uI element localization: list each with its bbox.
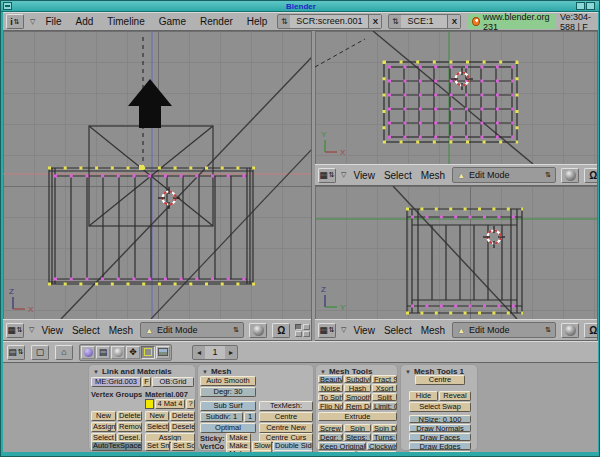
menu-help[interactable]: Help xyxy=(243,16,272,27)
split-button[interactable]: Split xyxy=(372,393,397,401)
spin-button[interactable]: Spin xyxy=(344,424,371,432)
steps-field[interactable]: Steps: 9 xyxy=(344,433,371,441)
draw-normals-toggle[interactable]: Draw Normals xyxy=(409,424,471,432)
menu-file[interactable]: File xyxy=(41,16,65,27)
draw-mode-button[interactable] xyxy=(561,323,579,338)
view-menu[interactable]: View xyxy=(351,325,377,336)
material-help-button[interactable]: ? xyxy=(186,399,195,409)
editor-type-3dview-button[interactable]: ▦ ⇅ xyxy=(6,323,24,338)
screen-browse-icon[interactable]: ⇅ xyxy=(278,17,290,26)
rotation-widget-button[interactable]: Ω xyxy=(272,323,290,338)
all-edges-toggle[interactable]: All edges xyxy=(409,451,471,452)
viewport-top-canvas[interactable]: Y X xyxy=(315,31,598,164)
vgroup-remove-button[interactable]: Remove xyxy=(117,422,142,432)
xsort-button[interactable]: Xsort xyxy=(372,384,397,392)
offset-field[interactable]: Offset: 1.000 xyxy=(357,451,397,452)
select-swap-button[interactable]: Select Swap xyxy=(409,402,471,412)
layer-cell[interactable] xyxy=(303,331,310,337)
mesh-datablock-dropdown[interactable]: ME:Grid.003 xyxy=(91,377,141,387)
panels-window-button[interactable]: ▢ xyxy=(31,345,49,360)
material-deselect-button[interactable]: Deselect xyxy=(170,422,195,432)
editor-type-buttons-button[interactable]: ▤ ⇅ xyxy=(7,345,25,360)
material-select-button[interactable]: Select xyxy=(145,422,169,432)
limit-field[interactable]: Limit: 0.001 xyxy=(372,402,397,410)
scene-close-button[interactable]: X xyxy=(447,15,460,28)
set-solid-button[interactable]: Set Solid xyxy=(171,441,195,451)
subdivide-button[interactable]: Subdivide xyxy=(344,375,371,383)
editor-type-info-button[interactable]: i ⇅ xyxy=(6,14,24,29)
scene-selector[interactable]: ⇅ SCE:1 X xyxy=(388,14,461,29)
draw-edges-toggle[interactable]: Draw Edges xyxy=(409,442,471,450)
subdiv-render-field[interactable]: 1 xyxy=(244,412,256,422)
extrude-button[interactable]: Extrude xyxy=(318,412,397,421)
shading-context-button[interactable] xyxy=(111,346,125,359)
mode-dropdown[interactable]: ▲ Edit Mode ⇅ xyxy=(140,322,244,338)
panel-triangle-icon[interactable]: ▼ xyxy=(405,369,411,375)
hide-button[interactable]: Hide xyxy=(409,391,438,401)
layer-cell[interactable] xyxy=(295,324,302,330)
rotation-widget-button[interactable]: Ω xyxy=(584,168,597,183)
window-maximize-button[interactable] xyxy=(586,2,595,10)
draw-mode-button[interactable] xyxy=(249,323,267,338)
select-menu[interactable]: Select xyxy=(382,170,414,181)
mesh-menu[interactable]: Mesh xyxy=(107,325,135,336)
clockwise-toggle[interactable]: Clockwise xyxy=(367,442,397,450)
reveal-button[interactable]: Reveal xyxy=(439,391,471,401)
window-shade-button[interactable] xyxy=(576,2,585,10)
editing-context-button[interactable] xyxy=(141,346,155,359)
select-menu[interactable]: Select xyxy=(70,325,102,336)
noise-button[interactable]: Noise xyxy=(318,384,343,392)
collapse-triangle-icon[interactable]: ▽ xyxy=(29,326,34,334)
spinner-right-arrow[interactable]: ▸ xyxy=(225,348,237,357)
mesh-menu[interactable]: Mesh xyxy=(419,170,447,181)
texmesh-field[interactable]: TexMesh: xyxy=(259,401,313,411)
page-spinner[interactable]: ◂ 1 ▸ xyxy=(192,345,238,360)
editor-type-3dview-button[interactable]: ▦ ⇅ xyxy=(318,323,336,338)
menu-add[interactable]: Add xyxy=(72,16,98,27)
draw-mode-button[interactable] xyxy=(561,168,579,183)
autotexspace-button[interactable]: AutoTexSpace xyxy=(91,441,142,451)
screen-selector[interactable]: ⇅ SCR:screen.001 X xyxy=(277,14,382,29)
vgroup-new-button[interactable]: New xyxy=(91,411,116,421)
centre-new-button[interactable]: Centre New xyxy=(259,423,313,433)
fract-subd-button[interactable]: Fract Sub xyxy=(372,375,397,383)
scene-browse-icon[interactable]: ⇅ xyxy=(389,17,401,26)
menu-game[interactable]: Game xyxy=(155,16,190,27)
spin-dup-button[interactable]: Spin Dup xyxy=(372,424,397,432)
faster-draw-button[interactable]: FasterD xyxy=(252,450,272,452)
beauty-toggle[interactable]: Beauty xyxy=(318,375,343,383)
material-color-swatch[interactable] xyxy=(145,399,154,409)
keep-original-toggle[interactable]: Keep Original xyxy=(318,442,366,450)
view-menu[interactable]: View xyxy=(39,325,65,336)
script-context-button[interactable]: ▤ xyxy=(96,346,110,359)
hash-button[interactable]: Hash xyxy=(344,384,371,392)
panel-triangle-icon[interactable]: ▼ xyxy=(320,369,326,375)
layer-buttons[interactable] xyxy=(295,324,311,337)
collapse-triangle-icon[interactable]: ▽ xyxy=(30,18,35,26)
panel-triangle-icon[interactable]: ▼ xyxy=(202,369,208,375)
select-menu[interactable]: Select xyxy=(382,325,414,336)
screen-name[interactable]: SCR:screen.001 xyxy=(290,15,368,28)
nsize-field[interactable]: NSize: 0.100 xyxy=(409,415,471,423)
vgroup-assign-button[interactable]: Assign xyxy=(91,422,116,432)
subdiv-field[interactable]: Subdiv: 1 xyxy=(200,412,243,422)
object-name-field[interactable]: OB:Grid xyxy=(152,377,194,387)
draw-faces-toggle[interactable]: Draw Faces xyxy=(409,433,471,441)
to-sphere-button[interactable]: To Sphere xyxy=(318,393,343,401)
collapse-triangle-icon[interactable]: ▽ xyxy=(341,326,346,334)
view-menu[interactable]: View xyxy=(351,170,377,181)
title-bar[interactable]: Blender xyxy=(1,1,600,12)
rotation-widget-button[interactable]: Ω xyxy=(584,323,597,338)
material-count-spinner[interactable]: 4 Mat 4 xyxy=(155,399,185,409)
material-delete-button[interactable]: Delete xyxy=(170,411,195,421)
menu-render[interactable]: Render xyxy=(196,16,237,27)
auto-smooth-toggle[interactable]: Auto Smooth xyxy=(200,376,256,386)
viewport-side-canvas[interactable]: Z Y xyxy=(315,186,598,319)
screw-button[interactable]: Screw xyxy=(318,424,343,432)
screen-close-button[interactable]: X xyxy=(368,15,381,28)
vgroup-delete-button[interactable]: Delete xyxy=(117,411,142,421)
panel-triangle-icon[interactable]: ▼ xyxy=(93,369,99,375)
mesh-menu[interactable]: Mesh xyxy=(419,325,447,336)
fake-user-button[interactable]: F xyxy=(142,377,151,387)
texface-make-button[interactable]: Make xyxy=(226,449,251,452)
